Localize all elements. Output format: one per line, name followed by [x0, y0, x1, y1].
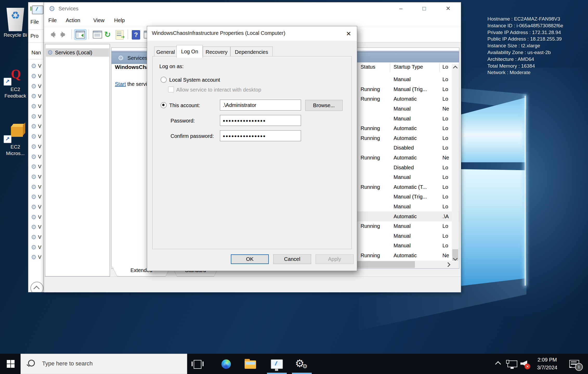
services-title-bar[interactable]: ⚙ Services – □ ✕	[44, 2, 461, 15]
background-window[interactable]: File Pro Nan ⚙V ⚙V ⚙V ⚙V ⚙V ⚙V ⚙V ⚙V	[28, 2, 45, 292]
window-title: Services	[58, 6, 79, 12]
background-service-item[interactable]: ⚙V	[29, 142, 45, 152]
task-view-icon[interactable]	[194, 360, 201, 369]
interact-desktop-checkbox[interactable]	[168, 87, 174, 92]
background-service-item[interactable]: ⚙V	[29, 212, 45, 222]
background-service-item[interactable]: ⚙V	[29, 61, 45, 71]
background-service-item[interactable]: ⚙V	[29, 192, 45, 202]
browse-button[interactable]: Browse...	[305, 100, 343, 111]
this-account-radio[interactable]	[161, 102, 167, 108]
tray-chevron-icon[interactable]	[495, 361, 501, 367]
help-button[interactable]: ?	[132, 30, 142, 40]
desktop-icon-ec2-feedback[interactable]: Q ↗ EC2 Feedback	[0, 66, 31, 103]
apply-button[interactable]: Apply	[316, 254, 354, 264]
table-row[interactable]: Manual Ne	[354, 104, 459, 114]
background-service-item[interactable]: ⚙V	[29, 242, 45, 252]
column-header-status[interactable]: Status	[361, 64, 375, 70]
background-service-item[interactable]: ⚙V	[29, 152, 45, 162]
background-service-item[interactable]: ⚙V	[29, 172, 45, 182]
scroll-up-icon[interactable]	[452, 64, 459, 71]
table-row[interactable]: Disabled Lo	[354, 143, 459, 153]
local-system-radio[interactable]	[161, 77, 167, 83]
vertical-scrollbar[interactable]	[452, 64, 459, 262]
edge-icon[interactable]	[221, 359, 231, 369]
horizontal-scrollbar[interactable]	[354, 261, 459, 268]
forward-button[interactable]	[60, 30, 69, 40]
desktop-icon-recycle-bin[interactable]: ♻ Recycle Bi	[0, 3, 31, 39]
scroll-up-circle-button[interactable]	[30, 282, 43, 292]
confirm-password-input[interactable]: ●●●●●●●●●●●●●●●	[220, 130, 301, 141]
table-row[interactable]: Running Manual Lo	[354, 221, 459, 231]
export-list-button[interactable]	[116, 30, 126, 40]
cancel-button[interactable]: Cancel	[273, 254, 311, 264]
table-row[interactable]: Manual Lo	[354, 114, 459, 124]
account-input[interactable]: .\Administrator	[220, 100, 301, 111]
table-row[interactable]: Running Automatic Ne	[354, 153, 459, 163]
refresh-button[interactable]: ↻	[104, 30, 114, 40]
performance-monitor-taskbar-icon[interactable]	[271, 359, 283, 369]
table-row[interactable]: Running Manual (Trig... Lo	[354, 85, 459, 94]
properties-button[interactable]	[93, 30, 103, 40]
start-service-link[interactable]: Start	[115, 81, 126, 87]
taskbar-search[interactable]: Type here to search	[21, 354, 187, 374]
dialog-close-icon[interactable]: ✕	[344, 29, 353, 38]
show-console-tree-button[interactable]	[76, 30, 86, 40]
windows-logo-edge	[525, 96, 526, 286]
background-service-item[interactable]: ⚙V	[29, 101, 45, 112]
background-service-item[interactable]: ⚙V	[29, 121, 45, 132]
tab-dependencies[interactable]: Dependencies	[230, 47, 273, 57]
tab-recovery[interactable]: Recovery	[203, 47, 230, 57]
background-service-item[interactable]: ⚙V	[29, 232, 45, 242]
table-row[interactable]: Automatic .\A	[354, 211, 459, 221]
back-button[interactable]	[48, 30, 57, 40]
table-row[interactable]: Running Automatic Lo	[354, 124, 459, 133]
table-row[interactable]: Manual Lo	[354, 172, 459, 182]
background-service-item[interactable]: ⚙V	[29, 71, 45, 81]
password-input[interactable]: ●●●●●●●●●●●●●●●	[220, 115, 301, 126]
desktop-icon-ec2-microsoft[interactable]: ↗ EC2 Micros...	[0, 123, 31, 162]
tab-general[interactable]: General	[154, 47, 177, 57]
background-service-item[interactable]: ⚙V	[29, 111, 45, 121]
dialog-title-bar[interactable]: WindowsChaosInfrastructure Properties (L…	[147, 26, 357, 41]
scroll-right-icon[interactable]	[445, 261, 452, 268]
table-row[interactable]: Manual Lo	[354, 231, 459, 241]
column-header-logon-as[interactable]: Lo	[442, 64, 448, 70]
background-window-name-column[interactable]: Nan	[31, 50, 41, 56]
table-row[interactable]: Manual Lo	[354, 75, 459, 85]
background-service-item[interactable]: ⚙V	[29, 132, 45, 142]
background-service-item[interactable]: ⚙V	[29, 91, 45, 101]
file-explorer-icon[interactable]	[245, 360, 256, 369]
network-icon[interactable]	[507, 360, 517, 367]
background-service-item[interactable]: ⚙V	[29, 162, 45, 172]
menu-view[interactable]: View	[93, 17, 104, 23]
table-row[interactable]: Running Automatic Lo	[354, 94, 459, 104]
shortcut-arrow-icon: ↗	[4, 78, 11, 86]
background-service-item[interactable]: ⚙V	[29, 81, 45, 91]
background-service-item[interactable]: ⚙V	[29, 222, 45, 232]
ok-button[interactable]: OK	[231, 254, 269, 264]
table-row[interactable]: Manual (Trig... Lo	[354, 192, 459, 202]
menu-help[interactable]: Help	[114, 17, 125, 23]
menu-file[interactable]: File	[48, 17, 57, 23]
background-window-file-menu[interactable]: File	[30, 19, 39, 25]
services-gear-icon[interactable]: ⚙	[295, 357, 304, 369]
table-row[interactable]: Manual Lo	[354, 202, 459, 212]
table-row[interactable]: Running Automatic (T... Lo	[354, 182, 459, 192]
table-row[interactable]: Manual Lo	[354, 241, 459, 251]
table-row[interactable]: Running Automatic Lo	[354, 133, 459, 143]
table-row[interactable]: Disabled Lo	[354, 163, 459, 172]
minimize-button[interactable]: –	[395, 3, 407, 14]
tab-log-on[interactable]: Log On	[177, 45, 203, 58]
menu-action[interactable]: Action	[66, 17, 80, 23]
tree-item-services-local[interactable]: ⚙ Services (Local)	[46, 48, 109, 57]
start-icon[interactable]	[7, 360, 15, 368]
taskbar-clock[interactable]: 2:09 PM 3/7/2024	[530, 356, 564, 371]
close-button[interactable]: ✕	[442, 3, 454, 14]
background-service-item[interactable]: ⚙V	[29, 182, 45, 192]
horizontal-scroll-thumb[interactable]	[354, 261, 415, 268]
background-service-item[interactable]: ⚙V	[29, 252, 45, 262]
column-header-startup-type[interactable]: Startup Type	[394, 64, 423, 70]
background-service-item[interactable]: ⚙V	[29, 202, 45, 212]
table-row[interactable]: Running Automatic Ne	[354, 251, 459, 261]
maximize-button[interactable]: □	[418, 3, 430, 14]
